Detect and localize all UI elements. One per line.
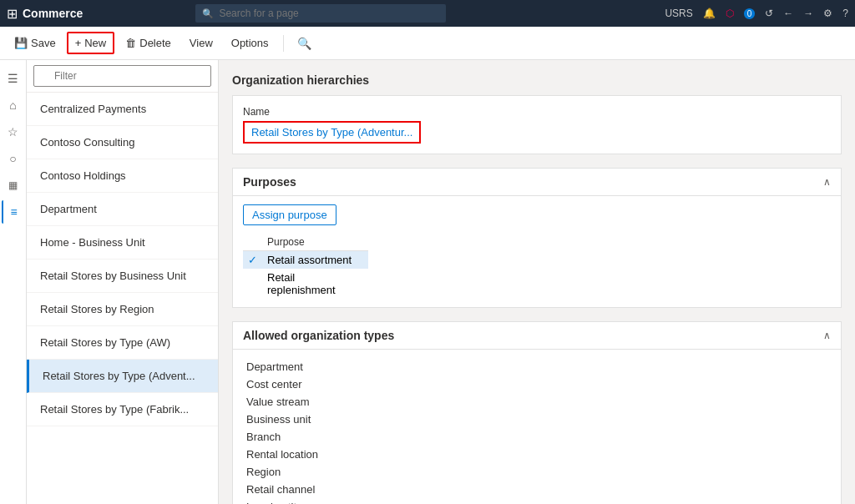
- org-type-item: Rental location: [243, 446, 831, 463]
- gear-icon[interactable]: ⚙: [823, 8, 832, 19]
- org-hierarchies-title: Organization hierarchies: [232, 73, 842, 87]
- org-type-item: Business unit: [243, 411, 831, 428]
- sidebar-item[interactable]: Retail Stores by Type (Fabrik...: [27, 393, 218, 426]
- org-type-item: Region: [243, 463, 831, 481]
- org-type-item: Value stream: [243, 393, 831, 411]
- allowed-body: DepartmentCost centerValue streamBusines…: [233, 350, 841, 504]
- office-icon[interactable]: ⬡: [726, 8, 734, 19]
- org-type-item: Branch: [243, 428, 831, 446]
- search-input[interactable]: [219, 8, 439, 19]
- app-name: Commerce: [23, 7, 83, 20]
- purpose-check: ✓: [243, 251, 262, 270]
- org-name-selected[interactable]: Retail Stores by Type (Adventur...: [243, 121, 421, 144]
- org-hierarchies-panel: Name Retail Stores by Type (Adventur...: [232, 95, 842, 154]
- grid-icon[interactable]: ⊞: [7, 6, 18, 22]
- org-type-item: Legal entity: [243, 498, 831, 504]
- sidebar-list: Centralized PaymentsContoso ConsultingCo…: [27, 93, 218, 504]
- purposes-panel: Purposes ∧ Assign purpose Purpose ✓Retai…: [232, 168, 842, 308]
- save-label: Save: [31, 37, 56, 49]
- delete-icon: 🗑: [125, 37, 136, 49]
- main-layout: ☰ ⌂ ☆ ○ ▦ ≡ 🔍 Centralized PaymentsContos…: [0, 60, 855, 504]
- search-bar[interactable]: 🔍: [195, 4, 446, 23]
- purpose-row[interactable]: ✓Retail assortment: [243, 251, 368, 270]
- save-icon: 💾: [14, 37, 28, 49]
- search-icon: 🔍: [202, 8, 214, 19]
- purpose-label: Retail assortment: [262, 251, 368, 270]
- purpose-label: Retail replenishment: [262, 269, 368, 299]
- delete-label: Delete: [139, 37, 171, 49]
- app-icon-area: ⊞ Commerce: [7, 6, 83, 22]
- org-type-item: Retail channel: [243, 481, 831, 498]
- purpose-row[interactable]: Retail replenishment: [243, 269, 368, 299]
- purposes-col-header: Purpose: [262, 234, 368, 251]
- delete-button[interactable]: 🗑 Delete: [118, 33, 179, 53]
- assign-purpose-button[interactable]: Assign purpose: [243, 204, 336, 225]
- view-button[interactable]: View: [182, 33, 220, 53]
- toolbar-search-icon[interactable]: 🔍: [297, 37, 311, 50]
- nav-clock-icon[interactable]: ○: [2, 147, 25, 170]
- purpose-check: [243, 269, 262, 299]
- allowed-collapse-icon[interactable]: ∧: [823, 330, 831, 341]
- sidebar-item[interactable]: Retail Stores by Region: [27, 293, 218, 326]
- toolbar: 💾 Save + New 🗑 Delete View Options 🔍: [0, 27, 855, 60]
- help-icon[interactable]: ?: [842, 8, 848, 19]
- allowed-title: Allowed organization types: [243, 329, 394, 342]
- view-label: View: [190, 37, 213, 49]
- allowed-org-types-panel: Allowed organization types ∧ DepartmentC…: [232, 321, 842, 504]
- allowed-header: Allowed organization types ∧: [233, 322, 841, 350]
- purposes-body: Assign purpose Purpose ✓Retail assortmen…: [233, 196, 841, 307]
- topbar-right: USRS 🔔 ⬡ 0 ↺ ← → ⚙ ?: [665, 8, 848, 19]
- back-icon[interactable]: ←: [783, 8, 793, 19]
- purposes-collapse-icon[interactable]: ∧: [823, 176, 831, 188]
- toolbar-separator: [283, 35, 284, 52]
- refresh-icon[interactable]: ↺: [765, 8, 773, 19]
- nav-home-icon[interactable]: ⌂: [2, 93, 25, 117]
- bell-icon[interactable]: 🔔: [703, 8, 716, 19]
- forward-icon[interactable]: →: [803, 8, 813, 19]
- org-name-col-header: Name: [243, 106, 831, 118]
- new-icon: +: [75, 37, 82, 49]
- new-label: New: [84, 37, 106, 49]
- sidebar-filter-area: 🔍: [27, 60, 218, 93]
- sidebar-item[interactable]: Department: [27, 193, 218, 226]
- user-label: USRS: [665, 8, 692, 19]
- org-type-item: Department: [243, 358, 831, 375]
- sidebar-item[interactable]: Retail Stores by Business Unit: [27, 260, 218, 293]
- nav-chart-icon[interactable]: ▦: [2, 174, 25, 197]
- nav-star-icon[interactable]: ☆: [2, 120, 25, 144]
- filter-input[interactable]: [33, 65, 211, 87]
- notification-badge[interactable]: 0: [744, 8, 756, 19]
- new-button[interactable]: + New: [67, 32, 115, 54]
- purposes-check-col: [243, 234, 262, 251]
- purposes-header: Purposes ∧: [233, 169, 841, 196]
- sidebar-item[interactable]: Contoso Holdings: [27, 159, 218, 193]
- content-area: Organization hierarchies Name Retail Sto…: [219, 60, 855, 504]
- nav-list-icon[interactable]: ≡: [2, 200, 25, 224]
- nav-hamburger-icon[interactable]: ☰: [2, 67, 25, 90]
- options-button[interactable]: Options: [224, 33, 276, 53]
- sidebar-item[interactable]: Centralized Payments: [27, 93, 218, 126]
- far-left-nav: ☰ ⌂ ☆ ○ ▦ ≡: [0, 60, 27, 504]
- options-label: Options: [231, 37, 269, 49]
- sidebar-item[interactable]: Retail Stores by Type (Advent...: [27, 360, 218, 393]
- purposes-title: Purposes: [243, 175, 296, 189]
- sidebar: 🔍 Centralized PaymentsContoso Consulting…: [27, 60, 219, 504]
- sidebar-item[interactable]: Contoso Consulting: [27, 126, 218, 159]
- org-type-item: Cost center: [243, 375, 831, 393]
- save-button[interactable]: 💾 Save: [7, 33, 63, 53]
- top-bar: ⊞ Commerce 🔍 USRS 🔔 ⬡ 0 ↺ ← → ⚙ ?: [0, 0, 855, 27]
- sidebar-item[interactable]: Home - Business Unit: [27, 226, 218, 260]
- sidebar-item[interactable]: Retail Stores by Type (AW): [27, 326, 218, 360]
- purposes-table: Purpose ✓Retail assortmentRetail repleni…: [243, 234, 368, 299]
